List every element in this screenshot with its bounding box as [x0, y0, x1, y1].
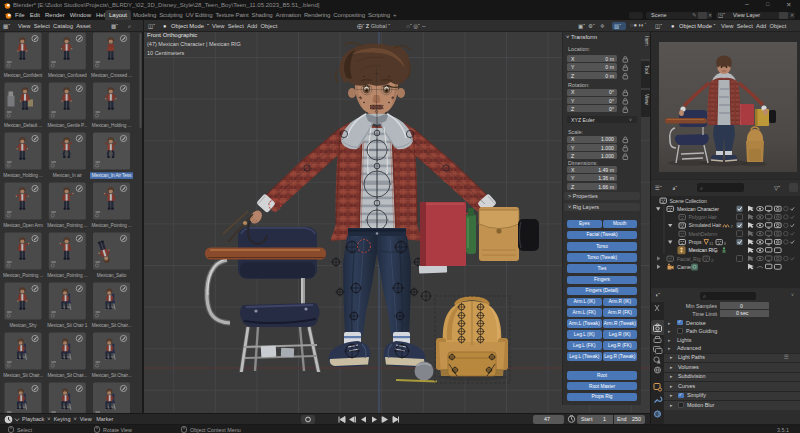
- svg-text:Mexican_In Air Tess: Mexican_In Air Tess: [92, 173, 132, 178]
- svg-text:2: 2: [715, 249, 718, 254]
- svg-text:Mexican_Default ...: Mexican_Default ...: [4, 123, 42, 128]
- svg-text:Mexican_Crossed ...: Mexican_Crossed ...: [91, 73, 132, 78]
- svg-text:11: 11: [709, 241, 714, 246]
- svg-text:2: 2: [711, 258, 714, 263]
- svg-text:Mexican_In air: Mexican_In air: [53, 173, 83, 178]
- svg-text:Scene Collection: Scene Collection: [670, 198, 708, 204]
- svg-text:Facial_Rig: Facial_Rig: [677, 256, 701, 262]
- svg-text:Polygon Hair: Polygon Hair: [689, 214, 718, 220]
- svg-text:Mexican_Confused: Mexican_Confused: [48, 73, 87, 78]
- svg-text:Mexican_Pointing ...: Mexican_Pointing ...: [91, 223, 131, 228]
- svg-text:Mexican_Sit Chair 1: Mexican_Sit Chair 1: [47, 323, 88, 328]
- svg-text:Props: Props: [689, 239, 703, 245]
- svg-text:Mexican_Pointing ...: Mexican_Pointing ...: [47, 223, 87, 228]
- svg-text:Mexican_Sit Chair...: Mexican_Sit Chair...: [3, 373, 43, 378]
- svg-text:Mexican_Sit Chair...: Mexican_Sit Chair...: [92, 323, 132, 328]
- svg-text:3: 3: [724, 241, 727, 246]
- svg-text:Mexican_Confident: Mexican_Confident: [4, 73, 43, 78]
- svg-text:Mexican_Holding ...: Mexican_Holding ...: [3, 173, 42, 178]
- svg-text:Simulated Hair: Simulated Hair: [689, 222, 722, 228]
- svg-text:Mexican_Shy: Mexican_Shy: [9, 323, 37, 328]
- svg-text:Mexican Character: Mexican Character: [677, 206, 719, 212]
- svg-text:Mexican_Salto: Mexican_Salto: [97, 273, 127, 278]
- svg-text:MeshDeform: MeshDeform: [689, 231, 718, 237]
- svg-text:Mexican RIG: Mexican RIG: [689, 247, 718, 253]
- svg-text:7: 7: [731, 224, 734, 229]
- svg-text:Mexican_Sit Chair...: Mexican_Sit Chair...: [92, 373, 132, 378]
- svg-text:Mexican_Sit Chair...: Mexican_Sit Chair...: [47, 373, 87, 378]
- svg-text:Mexican_Pointing ...: Mexican_Pointing ...: [47, 273, 87, 278]
- svg-text:Mexican_Pointing ...: Mexican_Pointing ...: [3, 273, 43, 278]
- svg-text:Mexican_Gentle P...: Mexican_Gentle P...: [47, 123, 87, 128]
- svg-text:Mexican_Open Arm: Mexican_Open Arm: [3, 223, 43, 228]
- svg-text:Mexican_Holding ...: Mexican_Holding ...: [92, 123, 131, 128]
